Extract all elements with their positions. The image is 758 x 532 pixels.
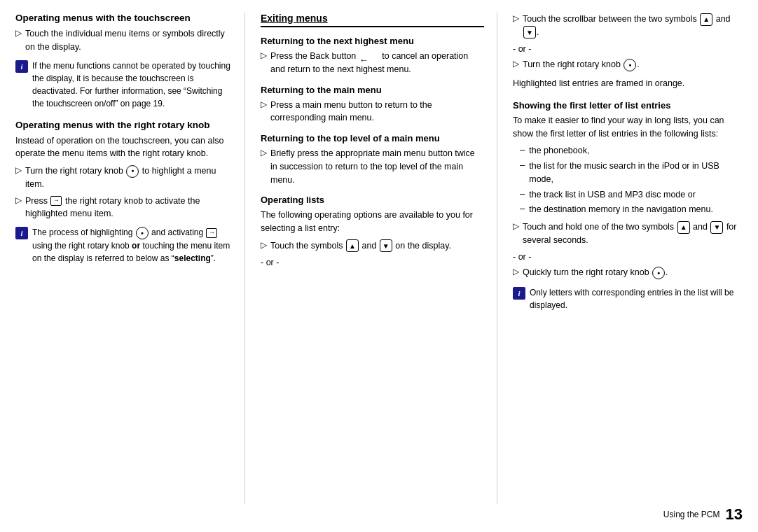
first-letter-bullet2: ▷ Quickly turn the right rotary knob . — [513, 266, 745, 279]
first-letter-para: To make it easier to find your way in lo… — [513, 114, 745, 141]
right-bullet1-text: Touch the scrollbar between the two symb… — [523, 13, 745, 39]
right-bullet1: ▷ Touch the scrollbar between the two sy… — [513, 13, 745, 39]
rotary-bullet2-text: Press → the right rotary knob to activat… — [25, 195, 232, 221]
returning-main-bullet1: ▷ Press a main menu button to return to … — [261, 99, 484, 125]
tri-down-icon-1: ▼ — [380, 239, 392, 252]
info-box-2: i The process of highlighting and activa… — [15, 226, 232, 265]
section-title-rotary: Operating menus with the right rotary kn… — [15, 120, 232, 130]
first-letter-bullet2-text: Quickly turn the right rotary knob . — [523, 266, 668, 279]
dash-text-3: the track list in USB and MP3 disc mode … — [529, 188, 696, 202]
tri-up-icon-2: ▲ — [700, 13, 712, 26]
or-line-2: - or - — [513, 251, 745, 264]
dash-sym-2: – — [520, 160, 525, 170]
info-text-1: If the menu functions cannot be operated… — [32, 59, 232, 110]
returning-top-text: Briefly press the appropriate main menu … — [270, 147, 484, 186]
exiting-menus-title-box: Exiting menus — [261, 13, 484, 27]
returning-highest-bullet1: ▷ Press the Back button to cancel an ope… — [261, 50, 484, 76]
info-icon-1: i — [15, 60, 28, 73]
dash-sym-3: – — [520, 188, 525, 199]
dash-music: – the list for the music search in the i… — [513, 160, 745, 186]
knob-icon-1 — [126, 165, 139, 178]
rotary-bullet2: ▷ Press → the right rotary knob to activ… — [15, 195, 232, 221]
dash-sym-1: – — [520, 144, 525, 155]
returning-highest-text: Press the Back button to cancel an opera… — [270, 50, 484, 76]
press-icon-1: → — [50, 196, 62, 206]
left-column: Operating menus with the touchscreen ▷ T… — [0, 13, 245, 504]
tri-up-icon-1: ▲ — [346, 239, 359, 252]
highlighted-entries-text: Highlighted list entries are framed in o… — [513, 77, 745, 90]
bullet-arrow-11: ▷ — [513, 267, 519, 276]
bullet-arrow-5: ▷ — [261, 99, 267, 109]
rotary-bullet1: ▷ Turn the right rotary knob to highligh… — [15, 164, 232, 191]
dash-destination: – the destination memory in the navigati… — [513, 203, 745, 216]
returning-main-title: Returning to the main menu — [261, 85, 484, 95]
operating-lists-para: The following operating options are avai… — [261, 209, 484, 235]
or-divider-1: - or - — [261, 256, 484, 270]
info-icon-3: i — [513, 287, 525, 300]
bullet-arrow-6: ▷ — [261, 148, 267, 158]
returning-top-bullet1: ▷ Briefly press the appropriate main men… — [261, 147, 484, 186]
press-icon-2: → — [206, 228, 217, 238]
bullet-arrow-10: ▷ — [513, 221, 519, 231]
right-bullet2: ▷ Turn the right rotary knob . — [513, 58, 745, 71]
touchscreen-bullet1-text: Touch the individual menu items or symbo… — [25, 27, 232, 54]
bullet-arrow-7: ▷ — [261, 240, 267, 250]
or-line-1: - or - — [513, 43, 745, 56]
info-box-3: i Only letters with corresponding entrie… — [513, 286, 745, 312]
dash-text-4: the destination memory in the navigation… — [529, 203, 713, 216]
right-bullet2-text: Turn the right rotary knob . — [523, 58, 640, 71]
knob-icon-4 — [652, 267, 665, 279]
dash-text-2: the list for the music search in the iPo… — [529, 160, 745, 186]
bullet-arrow-8: ▷ — [513, 13, 519, 23]
bullet-arrow-4: ▷ — [261, 50, 267, 60]
dash-phonebook: – the phonebook, — [513, 144, 745, 158]
page-number: 13 — [726, 505, 743, 524]
bullet-arrow-9: ▷ — [513, 59, 519, 69]
dash-text-1: the phonebook, — [529, 144, 589, 158]
first-letter-title: Showing the first letter of list entries — [513, 100, 745, 111]
operating-lists-bullet1: ▷ Touch the symbols ▲ and ▼ on the displ… — [261, 239, 484, 253]
operating-lists-text: Touch the symbols ▲ and ▼ on the display… — [270, 239, 451, 253]
exiting-menus-title: Exiting menus — [261, 13, 484, 24]
dash-sym-4: – — [520, 203, 525, 214]
right-column: ▷ Touch the scrollbar between the two sy… — [497, 13, 758, 504]
first-letter-bullet1: ▷ Touch and hold one of the two symbols … — [513, 220, 745, 247]
returning-highest-title: Returning to the next highest menu — [261, 36, 484, 46]
first-letter-bullet1-text: Touch and hold one of the two symbols ▲ … — [523, 220, 745, 247]
footer-label: Using the PCM — [663, 510, 720, 519]
tri-up-icon-3: ▲ — [677, 221, 690, 234]
info-text-3: Only letters with corresponding entries … — [530, 286, 745, 312]
rotary-bullet1-text: Turn the right rotary knob to highlight … — [25, 164, 232, 191]
page-footer: Using the PCM 13 — [663, 505, 743, 524]
middle-column: Exiting menus Returning to the next high… — [245, 13, 497, 504]
tri-down-icon-2: ▼ — [523, 26, 536, 38]
bullet-arrow-1: ▷ — [15, 28, 22, 38]
tri-down-icon-3: ▼ — [710, 221, 723, 234]
knob-icon-3 — [623, 59, 636, 71]
returning-top-title: Returning to the top level of a main men… — [261, 133, 484, 144]
touchscreen-bullet1: ▷ Touch the individual menu items or sym… — [15, 27, 232, 54]
rotary-para1: Instead of operation on the touchscreen,… — [15, 134, 232, 161]
section-title-touchscreen: Operating menus with the touchscreen — [15, 13, 232, 23]
info-icon-2: i — [15, 227, 28, 239]
info-box-1: i If the menu functions cannot be operat… — [15, 59, 232, 110]
dash-tracklist: – the track list in USB and MP3 disc mod… — [513, 188, 745, 202]
operating-lists-title: Operating lists — [261, 195, 484, 205]
bullet-arrow-3: ▷ — [15, 195, 22, 205]
knob-icon-2 — [136, 227, 149, 239]
bullet-arrow-2: ▷ — [15, 165, 22, 175]
back-icon-1 — [359, 53, 379, 60]
info-text-2: The process of highlighting and activati… — [32, 226, 232, 265]
returning-main-text: Press a main menu button to return to th… — [270, 99, 484, 125]
